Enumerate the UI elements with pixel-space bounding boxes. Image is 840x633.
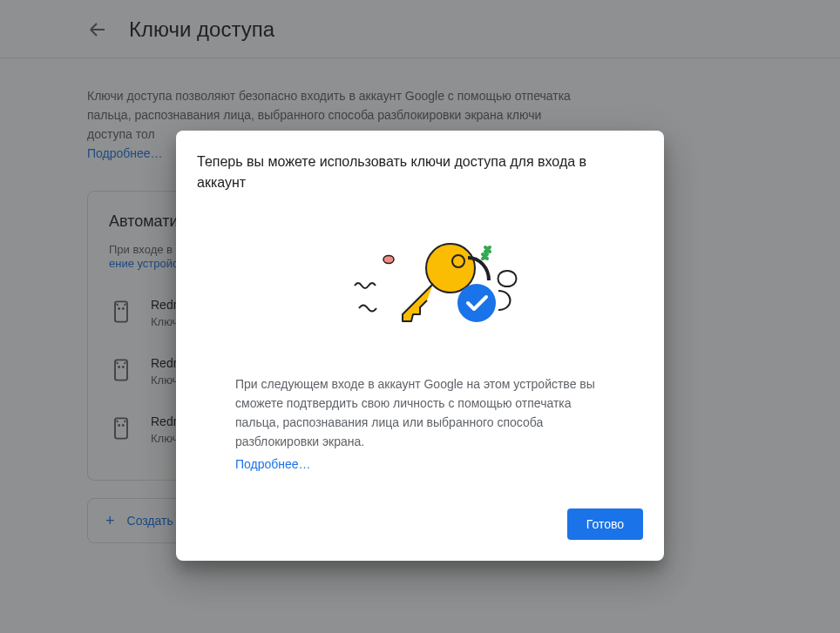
key-illustration: [197, 214, 643, 354]
done-button[interactable]: Готово: [567, 508, 643, 540]
passkey-ready-dialog: Теперь вы можете использовать ключи дост…: [176, 131, 664, 561]
svg-point-9: [426, 244, 475, 293]
dialog-title: Теперь вы можете использовать ключи дост…: [197, 152, 615, 193]
dialog-learn-more-link[interactable]: Подробнее…: [235, 455, 311, 474]
svg-point-11: [457, 284, 496, 322]
dialog-body-text: При следующем входе в аккаунт Google на …: [235, 377, 595, 448]
dialog-body: При следующем входе в аккаунт Google на …: [197, 374, 643, 474]
modal-overlay[interactable]: Теперь вы можете использовать ключи дост…: [0, 0, 840, 633]
